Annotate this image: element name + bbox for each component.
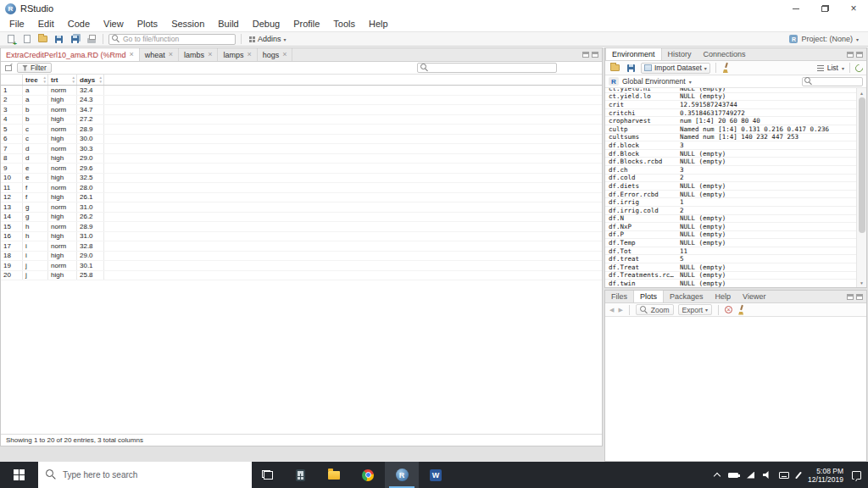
maximize-pane-icon[interactable] [856,52,863,58]
new-project-button[interactable] [20,33,33,45]
sort-icon[interactable]: ▲▼ [72,75,75,84]
environment-entry[interactable]: df.irrig1 [605,198,856,207]
goto-file-input[interactable]: Go to file/function [108,34,236,45]
table-row[interactable]: 7dnorm30.3 [1,144,602,154]
source-tab-2[interactable]: lambs× [179,48,218,61]
environment-entry[interactable]: df.block3 [605,141,856,150]
environment-scope-dropdown[interactable]: Global Environment [622,77,686,86]
minimize-pane-icon[interactable] [847,294,854,300]
tab-environment[interactable]: Environment [605,48,662,60]
addins-button[interactable]: Addins ▾ [247,35,289,43]
menu-item-plots[interactable]: Plots [131,17,164,31]
environment-entry[interactable]: ct.yield.loNULL (empty) [605,93,856,102]
previous-plot-icon[interactable]: ◀ [609,307,614,313]
tab-plots[interactable]: Plots [633,291,664,302]
table-row[interactable]: 5cnorm28.9 [1,125,602,135]
menu-item-file[interactable]: File [3,17,31,31]
clear-objects-broom-icon[interactable] [721,63,730,73]
tab-files[interactable]: Files [605,291,633,302]
environment-entry[interactable]: df.NNULL (empty) [605,215,856,224]
maximize-pane-icon[interactable] [592,52,598,58]
save-button[interactable] [53,33,65,45]
start-button[interactable] [0,462,38,488]
save-workspace-button[interactable] [625,62,637,74]
refresh-icon[interactable] [854,63,865,74]
zoom-button[interactable]: Zoom [636,304,674,315]
remove-plot-icon[interactable]: × [725,306,732,313]
sort-icon[interactable]: ▲▼ [99,75,103,84]
tab-viewer[interactable]: Viewer [737,291,771,302]
network-icon[interactable] [747,472,754,479]
sort-icon[interactable]: ▲▼ [43,75,47,84]
save-all-button[interactable] [69,33,81,45]
environment-entry[interactable]: df.BlockNULL (empty) [605,150,856,158]
source-tab-4[interactable]: hogs× [258,48,293,61]
volume-icon[interactable] [763,471,771,479]
new-file-button[interactable]: + [4,33,17,45]
taskbar-app-rstudio[interactable]: R [385,462,419,488]
table-row[interactable]: 9enorm29.6 [1,164,602,174]
table-row[interactable]: 3bnorm34.7 [1,105,602,115]
filter-button[interactable]: Filter [17,63,52,73]
environment-entry[interactable]: df.PNULL (empty) [605,231,856,240]
data-search-input[interactable] [417,63,557,73]
environment-entry[interactable]: df.Treatments.rc…NULL (empty) [605,272,856,280]
close-button[interactable]: × [839,0,868,17]
import-dataset-button[interactable]: Import Dataset ▾ [641,63,710,74]
tab-help[interactable]: Help [709,291,737,302]
table-row[interactable]: 8dhigh29.0 [1,154,602,164]
tab-connections[interactable]: Connections [698,48,752,60]
battery-icon[interactable] [728,473,738,478]
close-tab-icon[interactable]: × [247,51,251,58]
taskbar-app-file-explorer[interactable] [317,462,351,488]
environment-entry[interactable]: critchi0.351846317749272 [605,109,856,118]
print-button[interactable] [85,33,97,45]
minimize-pane-icon[interactable] [847,52,854,58]
environment-search-input[interactable] [802,77,863,86]
scroll-down-icon[interactable]: ▼ [857,278,866,287]
table-row[interactable]: 17inorm32.8 [1,241,602,252]
clear-plots-broom-icon[interactable] [737,305,745,315]
column-header-tree[interactable]: tree▲▼ [23,75,48,85]
environment-entry[interactable]: crit12.591587243744 [605,101,856,109]
project-selector[interactable]: R Project: (None) ▾ [789,35,864,43]
task-view-button[interactable] [252,462,283,488]
menu-item-code[interactable]: Code [61,17,97,31]
minimize-button[interactable] [782,0,810,17]
tab-history[interactable]: History [662,48,698,60]
environment-entry[interactable]: df.irrig.cold2 [605,207,856,215]
menu-item-profile[interactable]: Profile [287,17,326,31]
environment-entry[interactable]: df.twinNULL (empty) [605,280,856,287]
next-plot-icon[interactable]: ▶ [618,307,622,313]
close-tab-icon[interactable]: × [282,51,287,58]
environment-entry[interactable]: df.Tot11 [605,247,856,256]
table-row[interactable]: 15hnorm28.9 [1,222,602,232]
close-tab-icon[interactable]: × [130,51,134,58]
taskbar-clock[interactable]: 5:08 PM 12/11/2019 [808,467,843,484]
taskbar-app-word[interactable]: W [419,462,453,488]
source-tab-0[interactable]: ExtraCreditPerl10_ama.RD (%Rmd× [1,48,140,61]
close-tab-icon[interactable]: × [169,51,173,58]
show-hidden-icons-chevron[interactable] [714,473,721,480]
table-row[interactable]: 11fnorm28.0 [1,183,602,193]
table-row[interactable]: 16hhigh31.0 [1,232,602,242]
popout-window-icon[interactable] [5,65,12,71]
table-row[interactable]: 6chigh30.0 [1,135,602,145]
maximize-pane-icon[interactable] [856,294,863,300]
pen-icon[interactable] [795,471,802,479]
environment-entry[interactable]: df.Blocks.rcbdNULL (empty) [605,158,856,166]
action-center-icon[interactable] [852,471,861,480]
environment-entry[interactable]: df.TreatNULL (empty) [605,263,856,272]
taskbar-app-calculator[interactable] [283,462,317,488]
load-workspace-button[interactable] [609,62,621,74]
environment-scrollbar[interactable]: ▲ ▼ [856,88,866,287]
table-row[interactable]: 13gnorm31.0 [1,202,602,213]
table-row[interactable]: 2ahigh24.3 [1,96,602,106]
environment-entry[interactable]: cultsumsNamed num [1:4] 140 232 447 253 [605,134,856,142]
taskbar-app-chrome[interactable] [351,462,385,488]
source-tab-3[interactable]: lamps× [218,48,257,61]
menu-item-build[interactable]: Build [211,17,245,31]
touch-keyboard-icon[interactable] [779,472,789,479]
scrollbar-thumb[interactable] [859,97,865,233]
environment-entry[interactable]: cultpNamed num [1:4] 0.131 0.216 0.417 0… [605,125,856,134]
